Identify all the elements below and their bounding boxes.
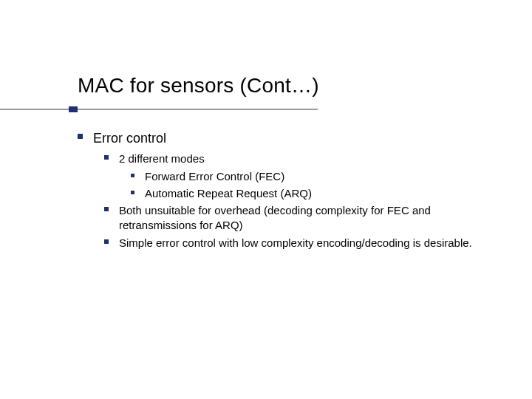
slide: MAC for sensors (Cont…) Error control 2 …: [0, 0, 532, 399]
level2-text: Simple error control with low complexity…: [119, 236, 502, 250]
bullet-level3: Forward Error Control (FEC): [131, 169, 502, 184]
square-bullet-icon: [131, 191, 134, 194]
bullet-level2: 2 different modes: [104, 151, 502, 166]
slide-body: Error control 2 different modes Forward …: [78, 129, 502, 250]
square-bullet-icon: [104, 207, 109, 211]
square-bullet-icon: [104, 239, 109, 244]
level2-text: Both unsuitable for overhead (decoding c…: [119, 203, 502, 233]
bullet-level2: Simple error control with low complexity…: [104, 236, 502, 250]
bullet-level2: Both unsuitable for overhead (decoding c…: [104, 203, 502, 233]
title-wrap: MAC for sensors (Cont…): [78, 74, 319, 98]
bullet-level1: Error control: [78, 129, 502, 147]
level2-text: 2 different modes: [119, 151, 502, 166]
square-bullet-icon: [78, 134, 83, 139]
square-bullet-icon: [104, 155, 109, 160]
title-underline-tick: [69, 106, 78, 112]
level3-text: Forward Error Control (FEC): [145, 169, 502, 184]
slide-title: MAC for sensors (Cont…): [78, 74, 319, 98]
bullet-level3: Automatic Repeat Request (ARQ): [131, 186, 502, 201]
level1-text: Error control: [93, 129, 502, 147]
square-bullet-icon: [131, 174, 134, 177]
level3-text: Automatic Repeat Request (ARQ): [145, 186, 502, 201]
title-underline: [0, 109, 318, 110]
